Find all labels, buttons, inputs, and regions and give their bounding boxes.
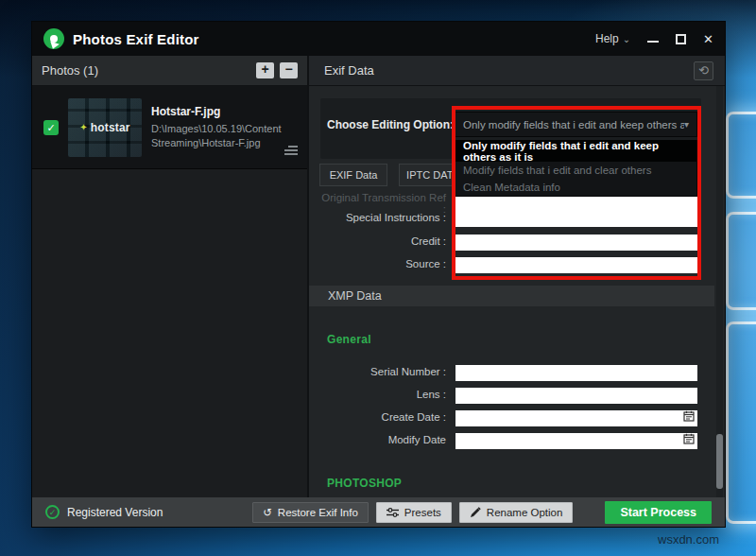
credit-input[interactable]: [455, 235, 697, 251]
start-process-button[interactable]: Start Process: [605, 501, 712, 524]
windows-logo-pane: [726, 321, 756, 524]
create-date-input[interactable]: [455, 410, 697, 426]
field-row: Credit :: [320, 233, 697, 249]
serial-number-input[interactable]: [455, 365, 697, 381]
photos-panel-header: Photos (1) + −: [32, 56, 307, 86]
photo-checkbox[interactable]: ✓: [43, 120, 59, 135]
help-menu[interactable]: Help ⌄: [595, 32, 630, 45]
field-row: Serial Number :: [320, 363, 697, 379]
footer-bar: ✓ Registered Version ↺ Restore Exif Info…: [32, 497, 725, 527]
add-photos-button[interactable]: +: [256, 62, 274, 78]
lens-input[interactable]: [455, 388, 697, 404]
presets-button[interactable]: Presets: [376, 502, 452, 523]
windows-logo-pane: [726, 112, 756, 199]
tab-exif-data[interactable]: EXIF Data: [319, 164, 387, 186]
editing-option-dropdown[interactable]: Only modify fields that i edit and keep …: [455, 112, 697, 137]
minimize-button[interactable]: [647, 41, 659, 43]
dropdown-option[interactable]: Modify fields that i edit and clear othe…: [455, 162, 696, 179]
registered-version-label: Registered Version: [67, 506, 163, 519]
dropdown-arrow-icon: ▾: [684, 119, 689, 130]
special-instructions-input[interactable]: [455, 211, 697, 227]
scrollbar-thumb[interactable]: [716, 434, 723, 489]
field-row: Create Date :: [320, 408, 697, 425]
field-row: Modify Date: [320, 431, 697, 447]
exif-content: Choose Editing Option: Only modify field…: [309, 86, 725, 497]
source-input[interactable]: [455, 257, 697, 273]
refresh-icon[interactable]: ⟲: [694, 61, 713, 80]
scrollbar[interactable]: [716, 86, 723, 497]
title-bar: Photos Exif Editor Help ⌄ ✕: [32, 22, 725, 56]
registered-check-icon: ✓: [45, 505, 60, 519]
app-window: Photos Exif Editor Help ⌄ ✕ Photos (1) +…: [31, 21, 726, 528]
modify-date-input[interactable]: [455, 433, 697, 449]
pencil-icon: [470, 507, 481, 518]
exif-header-label: Exif Data: [324, 63, 374, 78]
photo-list-item[interactable]: ✓ ✦ hotstar Hotstar-F.jpg D:\Images\10.0…: [32, 86, 307, 169]
windows-logo-pane: [726, 212, 756, 310]
xmp-data-section-header[interactable]: XMP Data: [309, 286, 714, 306]
photo-filename: Hotstar-F.jpg: [151, 104, 295, 119]
field-row: Lens :: [320, 386, 697, 402]
restore-exif-info-button[interactable]: ↺ Restore Exif Info: [252, 502, 369, 523]
restore-icon: ↺: [263, 506, 272, 519]
dropdown-option[interactable]: Clean Metadata info: [455, 179, 696, 196]
sliders-icon: [387, 507, 399, 518]
photos-panel: Photos (1) + − ✓ ✦ hotstar Hotstar-F.jpg…: [32, 56, 309, 497]
general-section-label: General: [327, 333, 371, 346]
desktop-background: wsxdn.com Photos Exif Editor Help ⌄ ✕ Ph…: [0, 0, 756, 556]
exif-panel-header: Exif Data ⟲: [309, 56, 725, 86]
field-row: Special Instructions :: [320, 209, 697, 225]
calendar-icon[interactable]: [683, 410, 695, 422]
photos-count-label: Photos (1): [42, 63, 98, 78]
rename-option-button[interactable]: Rename Option: [459, 502, 574, 523]
photo-thumbnail: ✦ hotstar: [68, 98, 142, 157]
calendar-icon[interactable]: [683, 433, 695, 444]
close-button[interactable]: ✕: [703, 33, 713, 45]
photoshop-section-label: PHOTOSHOP: [327, 477, 402, 490]
app-logo-icon: [43, 28, 64, 49]
exif-tabs: EXIF Data IPTC DATA: [319, 164, 467, 186]
photo-path: D:\Images\10.05.19\Content Streaming\Hot…: [151, 122, 295, 150]
exif-panel: Exif Data ⟲ Choose Editing Option: Only …: [309, 56, 725, 497]
chevron-down-icon: ⌄: [623, 34, 630, 44]
maximize-button[interactable]: [676, 34, 686, 44]
dropdown-option[interactable]: Only modify fields that i edit and keep …: [455, 140, 696, 162]
editing-option-dropdown-list: Only modify fields that i edit and keep …: [455, 140, 697, 197]
choose-editing-option-label: Choose Editing Option:: [327, 118, 454, 131]
remove-photos-button[interactable]: −: [280, 62, 298, 78]
app-title: Photos Exif Editor: [73, 31, 199, 47]
field-row: Source :: [320, 255, 697, 271]
photo-options-icon[interactable]: [284, 144, 298, 157]
watermark: wsxdn.com: [658, 532, 719, 547]
hotstar-logo-icon: ✦: [79, 122, 87, 132]
